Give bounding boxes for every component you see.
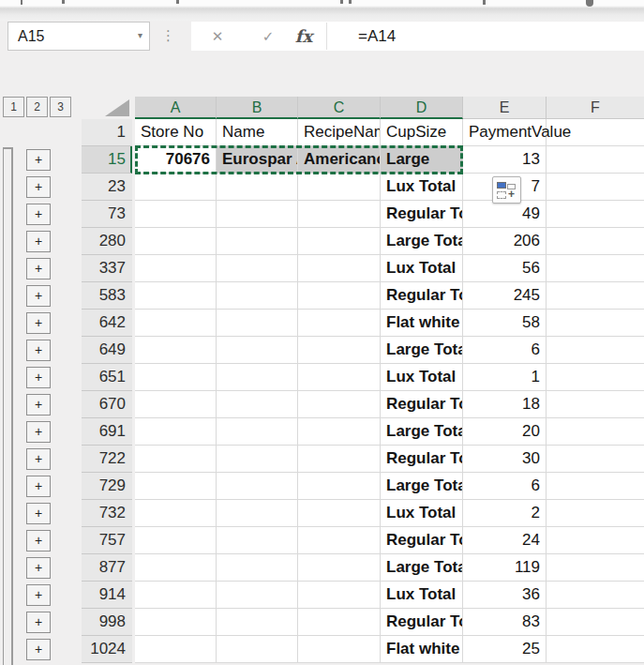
- cell-B732[interactable]: [217, 500, 298, 527]
- cell-C649[interactable]: [298, 337, 381, 364]
- cell-B691[interactable]: [217, 418, 298, 446]
- cancel-icon[interactable]: ✕: [199, 22, 236, 51]
- cell-E73[interactable]: 49: [463, 201, 547, 228]
- cell-A732[interactable]: [135, 500, 217, 527]
- cell-B649[interactable]: [217, 337, 298, 364]
- expand-group-button-row-651[interactable]: +: [26, 367, 51, 388]
- cell-F722[interactable]: [547, 446, 644, 473]
- cell-E757[interactable]: 24: [463, 527, 547, 554]
- row-header-642[interactable]: 642: [82, 310, 132, 337]
- cell-D651[interactable]: Lux Total: [381, 364, 463, 391]
- cell-B877[interactable]: [217, 554, 298, 582]
- cell-F337[interactable]: [547, 255, 644, 282]
- cell-C998[interactable]: [298, 609, 381, 636]
- cell-C722[interactable]: [298, 446, 381, 473]
- cell-E583[interactable]: 245: [463, 282, 547, 310]
- expand-group-button-row-691[interactable]: +: [26, 421, 51, 443]
- cell-A15[interactable]: 70676: [135, 146, 217, 174]
- cell-F729[interactable]: [547, 473, 644, 500]
- cell-D583[interactable]: Regular To: [381, 282, 463, 310]
- cell-D649[interactable]: Large Tota: [381, 337, 463, 364]
- cell-F691[interactable]: [547, 418, 644, 446]
- expand-group-button-row-732[interactable]: +: [26, 503, 51, 524]
- row-header-1[interactable]: 1: [82, 119, 132, 146]
- cell-E337[interactable]: 56: [463, 255, 547, 282]
- cell-D642[interactable]: Flat white: [381, 310, 463, 337]
- cell-E1[interactable]: PaymentValue: [463, 119, 547, 146]
- cell-B914[interactable]: [217, 582, 298, 609]
- cell-F583[interactable]: [547, 282, 644, 310]
- row-header-15[interactable]: 15: [82, 146, 132, 174]
- cell-C732[interactable]: [298, 500, 381, 527]
- cell-E691[interactable]: 20: [463, 418, 547, 446]
- column-header-E[interactable]: E: [463, 97, 547, 119]
- cell-D998[interactable]: Regular To: [381, 609, 463, 636]
- cell-C1[interactable]: RecipeNam: [298, 119, 381, 146]
- cell-D15[interactable]: Large: [381, 146, 463, 174]
- cell-E15[interactable]: 13: [463, 146, 547, 174]
- row-header-670[interactable]: 670: [82, 391, 132, 418]
- row-header-722[interactable]: 722: [82, 446, 132, 473]
- cell-F280[interactable]: [547, 228, 644, 255]
- row-header-337[interactable]: 337: [82, 255, 132, 282]
- cell-B337[interactable]: [217, 255, 298, 282]
- row-header-583[interactable]: 583: [82, 282, 132, 310]
- cell-C583[interactable]: [298, 282, 381, 310]
- expand-group-button-row-670[interactable]: +: [26, 394, 51, 416]
- column-header-A[interactable]: A: [135, 97, 217, 119]
- row-header-729[interactable]: 729: [82, 473, 132, 500]
- name-box[interactable]: A15 ▾: [7, 22, 150, 51]
- cell-D722[interactable]: Regular To: [381, 446, 463, 473]
- outline-level-1-button[interactable]: 1: [3, 97, 24, 117]
- cell-D877[interactable]: Large Tota: [381, 554, 463, 582]
- cell-C651[interactable]: [298, 364, 381, 391]
- row-header-651[interactable]: 651: [82, 364, 132, 391]
- cell-F649[interactable]: [547, 337, 644, 364]
- cell-E732[interactable]: 2: [463, 500, 547, 527]
- expand-group-button-row-642[interactable]: +: [26, 312, 51, 334]
- paste-options-button[interactable]: +: [492, 176, 521, 204]
- cell-C1024[interactable]: [298, 636, 381, 663]
- cell-D1024[interactable]: Flat white: [381, 636, 463, 663]
- cell-F651[interactable]: [547, 364, 644, 391]
- cell-E877[interactable]: 119: [463, 554, 547, 582]
- cell-B642[interactable]: [217, 310, 298, 337]
- cell-B15[interactable]: Eurospar A: [217, 146, 298, 174]
- cell-A670[interactable]: [135, 391, 217, 418]
- cell-A757[interactable]: [135, 527, 217, 554]
- cell-A280[interactable]: [135, 228, 217, 255]
- outline-level-3-button[interactable]: 3: [50, 97, 71, 117]
- cell-A649[interactable]: [135, 337, 217, 364]
- cell-E1024[interactable]: 25: [463, 636, 547, 663]
- cell-B1024[interactable]: [217, 636, 298, 663]
- expand-group-button-row-877[interactable]: +: [26, 557, 51, 579]
- cell-C729[interactable]: [298, 473, 381, 500]
- row-header-757[interactable]: 757: [82, 527, 132, 554]
- formula-bar-options-dots-icon[interactable]: ⋮: [161, 27, 175, 44]
- column-header-F[interactable]: F: [547, 97, 644, 119]
- expand-group-button-row-73[interactable]: +: [26, 204, 51, 225]
- cell-D337[interactable]: Lux Total: [381, 255, 463, 282]
- insert-function-icon[interactable]: fx: [285, 22, 322, 51]
- cell-D73[interactable]: Regular To: [381, 201, 463, 228]
- expand-group-button-row-914[interactable]: +: [26, 584, 51, 606]
- cell-D23[interactable]: Lux Total: [381, 174, 463, 201]
- cell-B1[interactable]: Name: [217, 119, 298, 146]
- cell-A642[interactable]: [135, 310, 217, 337]
- cell-C15[interactable]: Americano: [298, 146, 381, 174]
- cell-F757[interactable]: [547, 527, 644, 554]
- cell-E649[interactable]: 6: [463, 337, 547, 364]
- cell-B729[interactable]: [217, 473, 298, 500]
- cell-C337[interactable]: [298, 255, 381, 282]
- cell-C73[interactable]: [298, 201, 381, 228]
- cell-B23[interactable]: [217, 174, 298, 201]
- cell-C280[interactable]: [298, 228, 381, 255]
- cell-F73[interactable]: [547, 201, 644, 228]
- cell-C670[interactable]: [298, 391, 381, 418]
- cell-C914[interactable]: [298, 582, 381, 609]
- row-header-280[interactable]: 280: [82, 228, 132, 255]
- cell-D1[interactable]: CupSize: [381, 119, 463, 146]
- cell-A877[interactable]: [135, 554, 217, 582]
- cell-E280[interactable]: 206: [463, 228, 547, 255]
- cell-A583[interactable]: [135, 282, 217, 310]
